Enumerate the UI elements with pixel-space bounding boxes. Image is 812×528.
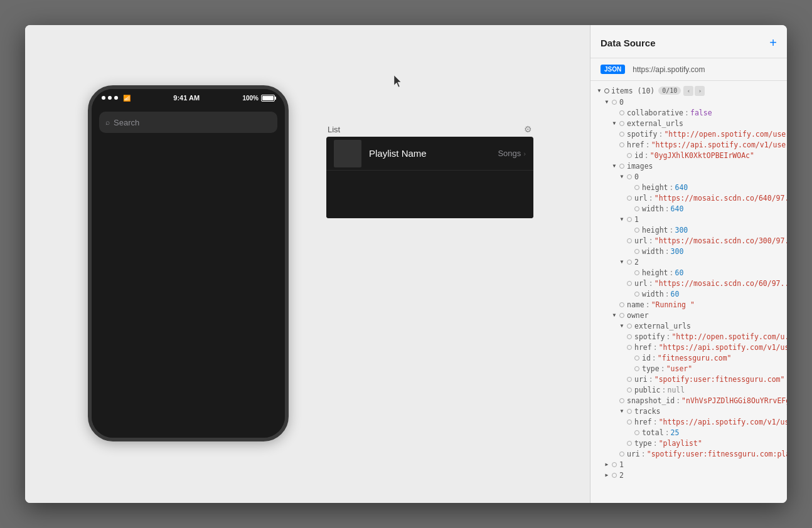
tree-nodes: 0collaborative : falseexternal_urlsspoti… (590, 97, 787, 480)
battery-icon (261, 95, 275, 102)
tree-key: url (634, 236, 648, 245)
iphone-mockup: 📶 9:41 AM 100% ⌕ Search (88, 85, 289, 441)
toggle-arrow-down[interactable] (618, 322, 626, 330)
tree-node[interactable]: owner (590, 310, 787, 320)
tree-dot (612, 462, 617, 467)
tree-dot (627, 377, 632, 382)
tree-root[interactable]: items (10) 0/10 ‹ › (590, 85, 787, 97)
tree-dot (619, 302, 624, 307)
tree-value: 300 (675, 226, 688, 235)
tree-value: false (690, 108, 712, 117)
tree-key: id (634, 151, 643, 160)
tree-colon: : (665, 247, 670, 256)
tree-container[interactable]: items (10) 0/10 ‹ › 0collaborative : fal… (590, 81, 787, 503)
tree-key: 2 (634, 258, 639, 267)
tree-node[interactable]: 0 (590, 171, 787, 182)
tree-dot (612, 473, 617, 478)
list-cell: Playlist Name Songs › (326, 137, 533, 218)
tree-value: null (667, 386, 685, 394)
iphone-content: ⌕ Search (92, 107, 285, 438)
dot3 (114, 96, 118, 100)
statusbar-time: 9:41 AM (173, 94, 200, 102)
tree-node: width : 60 (590, 288, 787, 299)
tree-node[interactable]: images (590, 161, 787, 171)
tree-key: snapshot_id (627, 396, 675, 405)
toggle-arrow-right[interactable] (603, 461, 611, 468)
add-button[interactable]: + (769, 36, 777, 49)
tree-node[interactable]: 0 (590, 97, 787, 107)
tree-dot (634, 228, 639, 233)
toggle-arrow-down[interactable] (618, 216, 626, 223)
tree-node[interactable]: 1 (590, 459, 787, 470)
tree-node[interactable]: external_urls (590, 320, 787, 331)
tree-dot (619, 313, 624, 318)
list-header: List ⚙ (326, 124, 533, 134)
gear-icon[interactable]: ⚙ (524, 124, 532, 134)
list-row[interactable]: Playlist Name Songs › (326, 137, 533, 171)
toggle-arrow-down[interactable] (611, 312, 618, 319)
json-bar: JSON https://api.spotify.com (590, 58, 787, 81)
tree-node[interactable]: 1 (590, 214, 787, 224)
tree-key: tracks (634, 407, 661, 416)
tree-dot (619, 451, 624, 457)
tree-dot (627, 281, 632, 286)
tree-key: external_urls (634, 322, 691, 330)
tree-dot (634, 356, 639, 361)
tree-node[interactable]: 2 (590, 470, 787, 480)
tree-node[interactable]: tracks (590, 406, 787, 416)
list-subtitle: Songs › (498, 149, 526, 158)
tree-key: collaborative (627, 108, 683, 117)
tree-dot (612, 100, 617, 105)
tree-dot (627, 238, 632, 243)
tree-dot (627, 441, 632, 446)
tree-node: uri : "spotify:user:fitnessguru.com" (590, 374, 787, 384)
tree-node: total : 25 (590, 427, 787, 438)
toggle-arrow-down[interactable] (603, 98, 611, 106)
tree-node: height : 60 (590, 267, 787, 278)
chevron-right-icon: › (523, 150, 526, 157)
tree-node[interactable]: external_urls (590, 118, 787, 129)
tree-node: name : "Running " (590, 299, 787, 310)
toggle-arrow-down[interactable] (618, 408, 626, 415)
toggle-arrow-down[interactable] (611, 120, 618, 127)
tree-key: spotify (627, 130, 657, 139)
search-bar[interactable]: ⌕ Search (99, 112, 277, 133)
nav-right-arrow[interactable]: › (695, 86, 705, 96)
tree-dot (627, 196, 632, 201)
tree-value: "https://mosaic.scdn.co/60/97..." (654, 279, 787, 288)
toggle-items[interactable] (596, 87, 603, 95)
tree-node: url : "https://mosaic.scdn.co/640/97..." (590, 193, 787, 203)
tree-dot (634, 185, 639, 190)
tree-node: id : "0ygJXhlK0XktOPBEIrWOAc" (590, 150, 787, 161)
tree-dot (627, 345, 632, 350)
tree-value: "https://api.spotify.com/v1/users/ft..." (659, 343, 787, 352)
tree-colon: : (661, 364, 665, 373)
mouse-cursor (394, 75, 403, 90)
toggle-arrow-right[interactable] (603, 472, 611, 479)
tree-dot (627, 420, 632, 425)
tree-key: name (627, 300, 644, 309)
tree-key: width (642, 204, 664, 213)
toggle-arrow-down[interactable] (611, 162, 618, 170)
tree-node: spotify : "http://open.spotify.com/user/… (590, 129, 787, 139)
tree-dot (619, 132, 624, 137)
tree-colon: : (670, 268, 674, 277)
tree-node[interactable]: 2 (590, 256, 787, 267)
tree-key: 1 (634, 215, 639, 224)
nav-left-arrow[interactable]: ‹ (683, 86, 693, 96)
tree-node: width : 640 (590, 203, 787, 214)
json-url[interactable]: https://api.spotify.com (633, 65, 705, 74)
tree-colon: : (666, 332, 670, 341)
tree-dot (627, 409, 632, 414)
tree-colon: : (685, 108, 689, 117)
tree-node: type : "user" (590, 363, 787, 374)
toggle-arrow-down[interactable] (618, 173, 626, 181)
toggle-arrow-down[interactable] (618, 258, 626, 266)
tree-value: "http://open.spotify.com/user/fit..." (664, 130, 787, 139)
tree-colon: : (670, 226, 674, 235)
tree-node: href : "https://api.spotify.com/v1/users… (590, 139, 787, 150)
tree-key: spotify (634, 332, 665, 341)
tree-node: uri : "spotify:user:fitnessguru.com:play… (590, 448, 787, 459)
tree-node: url : "https://mosaic.scdn.co/300/97..." (590, 235, 787, 246)
tree-dot (619, 164, 624, 169)
